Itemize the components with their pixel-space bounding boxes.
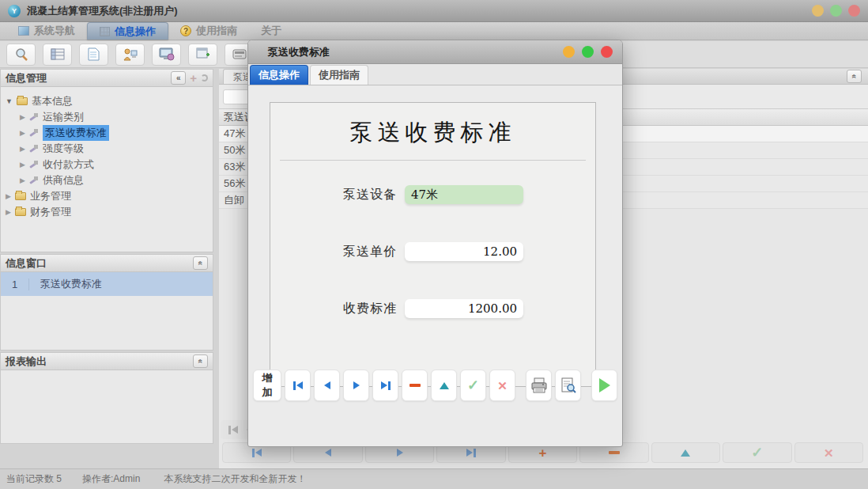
print-preview-button[interactable] xyxy=(555,370,581,401)
close-button[interactable] xyxy=(848,5,860,17)
collapse-panel-button[interactable]: « xyxy=(193,256,208,270)
dialog-toolbar: 增加 ✓ ✕ xyxy=(253,367,617,404)
operator-report-button[interactable] xyxy=(115,44,145,66)
dialog-close-button[interactable] xyxy=(601,46,613,58)
tab-label: 信息操作 xyxy=(115,25,156,39)
add-record-button[interactable]: 增加 xyxy=(253,370,281,401)
collapsed-arrow-icon[interactable]: ▶ xyxy=(20,113,25,121)
tree-item-label: 基本信息 xyxy=(32,94,73,108)
monitor-web-button[interactable] xyxy=(152,44,181,66)
folder-icon xyxy=(15,208,26,216)
operator-label: 操作者:Admin xyxy=(82,472,140,486)
form-row-unit-price: 泵送单价 xyxy=(338,242,523,261)
collapse-panel-button[interactable]: « xyxy=(193,354,208,368)
print-button[interactable] xyxy=(526,370,552,401)
collapse-sidebar-button[interactable]: « xyxy=(171,71,186,85)
field-label: 收费标准 xyxy=(338,301,397,317)
add-icon[interactable]: + xyxy=(190,71,197,85)
collapsed-arrow-icon[interactable]: ▶ xyxy=(20,161,25,169)
collapse-content-button[interactable]: « xyxy=(847,70,862,83)
form-row-fee-standard: 收费标准 xyxy=(338,299,523,318)
window-add-button[interactable] xyxy=(188,44,217,66)
maximize-button[interactable] xyxy=(830,5,842,17)
first-record-icon[interactable] xyxy=(228,426,238,434)
tab-user-guide[interactable]: ? 使用指南 xyxy=(168,22,249,40)
panel-title: 信息窗口 xyxy=(6,256,47,271)
tree-item-strength-grade[interactable]: ▶ 强度等级 xyxy=(6,141,208,157)
refresh-icon[interactable] xyxy=(201,74,208,82)
pump-device-input[interactable] xyxy=(405,185,523,204)
last-record-button[interactable] xyxy=(372,370,398,401)
open-window-list-item[interactable]: 1 泵送收费标准 xyxy=(1,272,213,296)
pump-unit-price-input[interactable] xyxy=(405,242,523,261)
document-button[interactable] xyxy=(79,44,108,66)
grid-icon xyxy=(100,27,110,36)
tree-item-pump-fee-standard[interactable]: ▶ 泵送收费标准 xyxy=(6,125,208,141)
post-record-button[interactable]: ✓ xyxy=(460,370,486,401)
first-record-button[interactable] xyxy=(285,370,311,401)
printer-icon xyxy=(530,377,548,393)
search-icon xyxy=(14,47,28,62)
window-titlebar: Y 混凝土结算管理系统(非注册用户) xyxy=(0,0,868,22)
tab-about[interactable]: 关于 xyxy=(249,22,293,40)
dialog-tabbar: 信息操作 使用指南 xyxy=(248,64,622,85)
tree-item-finance-management[interactable]: ▶ 财务管理 xyxy=(6,204,208,220)
form-row-device: 泵送设备 xyxy=(338,185,523,204)
table-view-button[interactable] xyxy=(43,44,72,66)
window-title: 混凝土结算管理系统(非注册用户) xyxy=(27,4,178,18)
dialog-body: 泵送收费标准 泵送设备 泵送单价 收费标准 增加 ✓ ✕ xyxy=(248,85,622,408)
collapsed-arrow-icon[interactable]: ▶ xyxy=(6,208,11,216)
post-record-button[interactable]: ✓ xyxy=(723,442,791,463)
tree-item-payment-method[interactable]: ▶ 收付款方式 xyxy=(6,157,208,172)
prev-record-button[interactable] xyxy=(314,370,340,401)
card-view-icon xyxy=(232,48,247,60)
tool-icon xyxy=(29,176,39,185)
tab-info-operation[interactable]: 信息操作 xyxy=(87,22,168,40)
info-window-header: 信息窗口 « xyxy=(1,255,213,272)
collapsed-arrow-icon[interactable]: ▶ xyxy=(20,129,25,137)
tree-item-transport-type[interactable]: ▶ 运输类别 xyxy=(6,109,208,125)
edit-record-button[interactable] xyxy=(651,442,720,463)
dialog-maximize-button[interactable] xyxy=(582,46,594,58)
dialog-tab-info-operation[interactable]: 信息操作 xyxy=(250,65,308,85)
tree-item-business-management[interactable]: ▶ 业务管理 xyxy=(6,188,208,204)
print-preview-icon xyxy=(560,377,577,393)
expanded-arrow-icon[interactable]: ▼ xyxy=(6,97,13,105)
field-label: 泵送设备 xyxy=(338,187,397,203)
delete-record-button[interactable] xyxy=(402,370,428,401)
tree-item-label: 供商信息 xyxy=(43,173,84,188)
record-form-card: 泵送收费标准 泵送设备 泵送单价 收费标准 xyxy=(270,102,596,387)
info-window-panel: 信息窗口 « 1 泵送收费标准 xyxy=(0,254,213,351)
panel-title: 信息管理 xyxy=(6,71,47,85)
tab-label: 关于 xyxy=(261,24,281,38)
tool-icon xyxy=(29,128,39,138)
collapsed-arrow-icon[interactable]: ▶ xyxy=(20,145,25,153)
next-record-button[interactable] xyxy=(343,370,369,401)
folder-icon xyxy=(15,192,26,200)
run-button[interactable] xyxy=(591,370,617,401)
status-bar: 当前记录数 5 操作者:Admin 本系统支持二次开发和全新开发！ xyxy=(0,468,868,489)
collapsed-arrow-icon[interactable]: ▶ xyxy=(20,176,25,184)
table-icon xyxy=(51,48,65,61)
collapsed-arrow-icon[interactable]: ▶ xyxy=(6,192,11,200)
tree-item-label: 财务管理 xyxy=(30,205,71,219)
dialog-tab-user-guide[interactable]: 使用指南 xyxy=(310,65,368,85)
report-output-header: 报表输出 « xyxy=(1,353,213,370)
cancel-record-button[interactable]: ✕ xyxy=(489,370,515,401)
search-button[interactable] xyxy=(6,44,36,66)
fee-standard-input[interactable] xyxy=(405,299,523,318)
tree-item-label: 强度等级 xyxy=(43,142,84,156)
tree-item-basic-info[interactable]: ▼ 基本信息 xyxy=(6,93,208,109)
tree-item-label: 业务管理 xyxy=(30,189,71,203)
tree-item-supplier-info[interactable]: ▶ 供商信息 xyxy=(6,172,208,188)
minimize-button[interactable] xyxy=(812,5,824,17)
cancel-record-button[interactable]: ✕ xyxy=(794,442,863,463)
tab-system-navigation[interactable]: 系统导航 xyxy=(6,22,87,40)
dialog-minimize-button[interactable] xyxy=(563,46,575,58)
info-management-header: 信息管理 « + xyxy=(1,70,213,87)
tab-label: 系统导航 xyxy=(34,24,75,38)
panel-title: 报表输出 xyxy=(6,354,47,369)
system-navigation-icon xyxy=(18,26,29,36)
edit-record-button[interactable] xyxy=(431,370,457,401)
sidebar: 信息管理 « + ▼ 基本信息 ▶ 运输类别 ▶ 泵送收费标准 xyxy=(0,69,213,446)
